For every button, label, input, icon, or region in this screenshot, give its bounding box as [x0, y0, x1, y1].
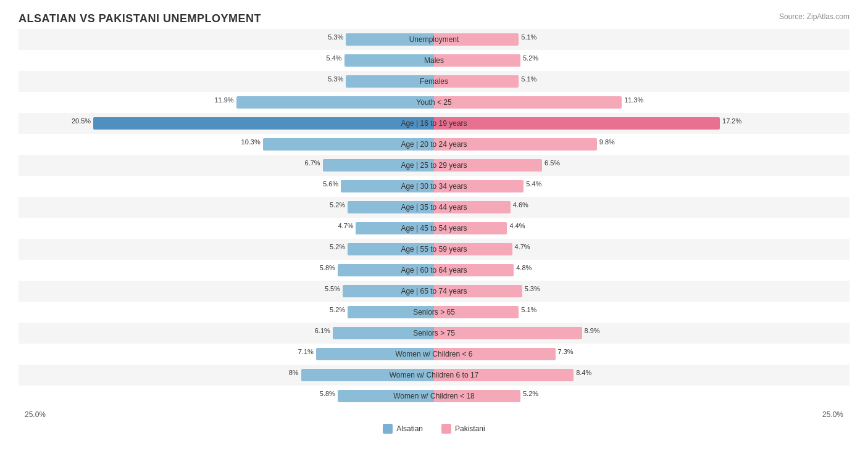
chart-wrapper: 5.3% 5.1% Unemployment 5.4% 5.2% Males 5… [19, 29, 849, 434]
bar-left-half: 20.5% [19, 113, 434, 134]
value-right: 7.3% [558, 348, 574, 355]
table-row: 8% 8.4% Women w/ Children 6 to 17 [19, 365, 849, 386]
value-left: 10.3% [241, 138, 261, 146]
source-text: Source: ZipAtlas.com [779, 12, 849, 21]
bar-left-half: 5.3% [19, 71, 434, 92]
rows-container: 5.3% 5.1% Unemployment 5.4% 5.2% Males 5… [19, 29, 849, 407]
table-row: 5.5% 5.3% Age | 65 to 74 years [19, 281, 849, 302]
value-left: 5.4% [327, 54, 342, 62]
value-left: 4.7% [338, 222, 353, 229]
legend-box-alsatian [383, 424, 393, 434]
bar-left-half: 5.6% [19, 176, 434, 197]
table-row: 5.3% 5.1% Females [19, 71, 849, 92]
bar-left-half: 7.1% [19, 344, 434, 365]
value-right: 4.6% [513, 201, 528, 209]
legend-alsatian: Alsatian [383, 424, 423, 434]
value-right: 6.5% [545, 159, 560, 167]
value-right: 5.2% [523, 54, 538, 62]
table-row: 5.4% 5.2% Males [19, 50, 849, 71]
bar-blue: 11.9% [236, 96, 434, 109]
bar-pink: 5.1% [434, 306, 519, 318]
bar-left-half: 5.2% [19, 302, 434, 323]
table-row: 5.2% 4.7% Age | 55 to 59 years [19, 239, 849, 260]
bar-blue: 5.6% [341, 180, 434, 192]
bar-pink: 5.1% [434, 33, 519, 46]
table-row: 4.7% 4.4% Age | 45 to 54 years [19, 218, 849, 239]
legend-label-pakistani: Pakistani [455, 424, 485, 433]
chart-title: ALSATIAN VS PAKISTANI UNEMPLOYMENT [19, 12, 849, 25]
value-right: 5.2% [523, 390, 538, 397]
bar-blue: 5.4% [344, 54, 434, 67]
bar-blue: 5.2% [348, 306, 434, 318]
bar-left-half: 5.2% [19, 239, 434, 260]
value-right: 5.1% [521, 75, 536, 83]
axis-left: 25.0% [19, 410, 434, 419]
value-right: 4.8% [516, 264, 532, 271]
table-row: 5.6% 5.4% Age | 30 to 34 years [19, 176, 849, 197]
value-left: 5.8% [320, 390, 335, 397]
legend-box-pakistani [441, 424, 451, 434]
value-left: 20.5% [72, 117, 91, 125]
table-row: 11.9% 11.3% Youth < 25 [19, 92, 849, 113]
bar-pink: 8.9% [434, 327, 582, 339]
bar-right-half: 5.1% [434, 71, 849, 92]
table-row: 10.3% 9.8% Age | 20 to 24 years [19, 134, 849, 155]
table-row: 5.2% 5.1% Seniors > 65 [19, 302, 849, 323]
legend-pakistani: Pakistani [441, 424, 485, 434]
value-right: 4.4% [509, 222, 525, 229]
value-left: 6.1% [315, 327, 330, 334]
axis-row: 25.0% 25.0% [19, 410, 849, 419]
bar-pink: 5.4% [434, 180, 524, 192]
bar-pink: 8.4% [434, 369, 574, 381]
bar-pink: 4.4% [434, 222, 507, 234]
bar-left-half: 6.1% [19, 323, 434, 344]
value-right: 11.3% [624, 96, 643, 104]
bar-right-half: 4.7% [434, 239, 849, 260]
bar-right-half: 4.6% [434, 197, 849, 218]
value-left: 6.7% [305, 159, 320, 167]
bar-blue: 5.5% [343, 285, 434, 297]
value-right: 9.8% [599, 138, 615, 146]
bar-right-half: 5.3% [434, 281, 849, 302]
table-row: 5.2% 4.6% Age | 35 to 44 years [19, 197, 849, 218]
bar-right-half: 7.3% [434, 344, 849, 365]
value-left: 7.1% [298, 348, 314, 355]
value-left: 5.2% [330, 243, 345, 250]
bar-pink: 5.3% [434, 285, 522, 297]
table-row: 7.1% 7.3% Women w/ Children < 6 [19, 344, 849, 365]
bar-pink: 5.1% [434, 75, 519, 88]
value-right: 4.7% [515, 243, 530, 250]
bar-pink: 6.5% [434, 159, 542, 172]
value-right: 8.4% [576, 369, 591, 376]
value-right: 8.9% [585, 327, 600, 334]
value-left: 5.3% [328, 75, 343, 83]
bar-right-half: 5.1% [434, 29, 849, 50]
bar-right-half: 6.5% [434, 155, 849, 176]
table-row: 5.8% 4.8% Age | 60 to 64 years [19, 260, 849, 281]
bar-right-half: 8.4% [434, 365, 849, 386]
bar-blue: 5.3% [346, 75, 434, 88]
bar-right-half: 4.8% [434, 260, 849, 281]
bar-blue: 5.2% [348, 201, 434, 213]
table-row: 5.8% 5.2% Women w/ Children < 18 [19, 386, 849, 407]
bar-pink: 5.2% [434, 390, 520, 402]
value-right: 5.3% [525, 285, 540, 292]
bar-pink: 17.2% [434, 117, 720, 130]
bar-left-half: 4.7% [19, 218, 434, 239]
bar-right-half: 17.2% [434, 113, 849, 134]
value-left: 5.8% [320, 264, 335, 271]
bar-left-half: 5.8% [19, 386, 434, 407]
bar-right-half: 8.9% [434, 323, 849, 344]
bar-blue: 7.1% [316, 348, 434, 360]
bar-pink: 11.3% [434, 96, 622, 109]
value-left: 5.3% [328, 33, 343, 41]
bar-blue: 5.3% [346, 33, 434, 46]
chart-container: ALSATIAN VS PAKISTANI UNEMPLOYMENT Sourc… [0, 0, 868, 467]
bar-blue: 20.5% [93, 117, 434, 130]
bar-right-half: 4.4% [434, 218, 849, 239]
bar-pink: 4.6% [434, 201, 511, 213]
bar-right-half: 5.4% [434, 176, 849, 197]
value-left: 11.9% [214, 96, 233, 104]
bar-left-half: 6.7% [19, 155, 434, 176]
value-right: 5.1% [521, 306, 536, 313]
